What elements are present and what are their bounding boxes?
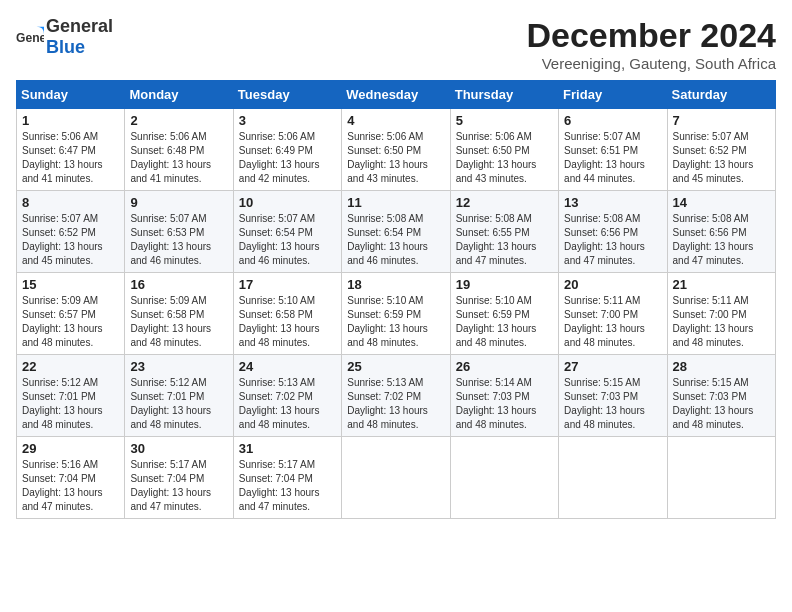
calendar-cell: 30 Sunrise: 5:17 AM Sunset: 7:04 PM Dayl…: [125, 437, 233, 519]
calendar-cell: 20 Sunrise: 5:11 AM Sunset: 7:00 PM Dayl…: [559, 273, 667, 355]
logo-blue-text: Blue: [46, 37, 85, 57]
calendar-week-row: 15 Sunrise: 5:09 AM Sunset: 6:57 PM Dayl…: [17, 273, 776, 355]
day-number: 15: [22, 277, 119, 292]
day-number: 9: [130, 195, 227, 210]
page-header: General General Blue December 2024 Veree…: [16, 16, 776, 72]
day-number: 14: [673, 195, 770, 210]
day-number: 1: [22, 113, 119, 128]
day-info: Sunrise: 5:07 AM Sunset: 6:53 PM Dayligh…: [130, 212, 227, 268]
day-number: 3: [239, 113, 336, 128]
day-info: Sunrise: 5:06 AM Sunset: 6:47 PM Dayligh…: [22, 130, 119, 186]
calendar-cell: 23 Sunrise: 5:12 AM Sunset: 7:01 PM Dayl…: [125, 355, 233, 437]
calendar-cell: 8 Sunrise: 5:07 AM Sunset: 6:52 PM Dayli…: [17, 191, 125, 273]
calendar-week-row: 22 Sunrise: 5:12 AM Sunset: 7:01 PM Dayl…: [17, 355, 776, 437]
day-number: 6: [564, 113, 661, 128]
day-number: 2: [130, 113, 227, 128]
day-number: 25: [347, 359, 444, 374]
day-info: Sunrise: 5:08 AM Sunset: 6:54 PM Dayligh…: [347, 212, 444, 268]
logo: General General Blue: [16, 16, 113, 58]
day-info: Sunrise: 5:11 AM Sunset: 7:00 PM Dayligh…: [673, 294, 770, 350]
day-number: 7: [673, 113, 770, 128]
calendar-cell: [667, 437, 775, 519]
calendar-cell: 12 Sunrise: 5:08 AM Sunset: 6:55 PM Dayl…: [450, 191, 558, 273]
calendar-table: SundayMondayTuesdayWednesdayThursdayFrid…: [16, 80, 776, 519]
day-info: Sunrise: 5:10 AM Sunset: 6:58 PM Dayligh…: [239, 294, 336, 350]
day-info: Sunrise: 5:15 AM Sunset: 7:03 PM Dayligh…: [564, 376, 661, 432]
day-number: 13: [564, 195, 661, 210]
calendar-cell: 2 Sunrise: 5:06 AM Sunset: 6:48 PM Dayli…: [125, 109, 233, 191]
day-number: 19: [456, 277, 553, 292]
svg-text:General: General: [16, 31, 44, 45]
logo-icon: General: [16, 23, 44, 51]
calendar-cell: 28 Sunrise: 5:15 AM Sunset: 7:03 PM Dayl…: [667, 355, 775, 437]
calendar-body: 1 Sunrise: 5:06 AM Sunset: 6:47 PM Dayli…: [17, 109, 776, 519]
calendar-cell: [450, 437, 558, 519]
day-number: 18: [347, 277, 444, 292]
day-info: Sunrise: 5:08 AM Sunset: 6:55 PM Dayligh…: [456, 212, 553, 268]
calendar-cell: 27 Sunrise: 5:15 AM Sunset: 7:03 PM Dayl…: [559, 355, 667, 437]
day-info: Sunrise: 5:13 AM Sunset: 7:02 PM Dayligh…: [347, 376, 444, 432]
calendar-cell: 7 Sunrise: 5:07 AM Sunset: 6:52 PM Dayli…: [667, 109, 775, 191]
weekday-header-saturday: Saturday: [667, 81, 775, 109]
calendar-week-row: 1 Sunrise: 5:06 AM Sunset: 6:47 PM Dayli…: [17, 109, 776, 191]
day-number: 31: [239, 441, 336, 456]
day-info: Sunrise: 5:16 AM Sunset: 7:04 PM Dayligh…: [22, 458, 119, 514]
calendar-cell: 15 Sunrise: 5:09 AM Sunset: 6:57 PM Dayl…: [17, 273, 125, 355]
day-info: Sunrise: 5:09 AM Sunset: 6:57 PM Dayligh…: [22, 294, 119, 350]
day-info: Sunrise: 5:08 AM Sunset: 6:56 PM Dayligh…: [564, 212, 661, 268]
weekday-header-sunday: Sunday: [17, 81, 125, 109]
month-title: December 2024: [526, 16, 776, 55]
title-area: December 2024 Vereeniging, Gauteng, Sout…: [526, 16, 776, 72]
day-number: 8: [22, 195, 119, 210]
day-info: Sunrise: 5:09 AM Sunset: 6:58 PM Dayligh…: [130, 294, 227, 350]
calendar-cell: 26 Sunrise: 5:14 AM Sunset: 7:03 PM Dayl…: [450, 355, 558, 437]
day-info: Sunrise: 5:15 AM Sunset: 7:03 PM Dayligh…: [673, 376, 770, 432]
calendar-cell: 22 Sunrise: 5:12 AM Sunset: 7:01 PM Dayl…: [17, 355, 125, 437]
weekday-header-friday: Friday: [559, 81, 667, 109]
day-info: Sunrise: 5:12 AM Sunset: 7:01 PM Dayligh…: [22, 376, 119, 432]
day-info: Sunrise: 5:08 AM Sunset: 6:56 PM Dayligh…: [673, 212, 770, 268]
calendar-cell: 11 Sunrise: 5:08 AM Sunset: 6:54 PM Dayl…: [342, 191, 450, 273]
calendar-cell: [342, 437, 450, 519]
calendar-cell: 13 Sunrise: 5:08 AM Sunset: 6:56 PM Dayl…: [559, 191, 667, 273]
day-info: Sunrise: 5:14 AM Sunset: 7:03 PM Dayligh…: [456, 376, 553, 432]
calendar-cell: 9 Sunrise: 5:07 AM Sunset: 6:53 PM Dayli…: [125, 191, 233, 273]
day-info: Sunrise: 5:07 AM Sunset: 6:52 PM Dayligh…: [673, 130, 770, 186]
day-info: Sunrise: 5:06 AM Sunset: 6:50 PM Dayligh…: [347, 130, 444, 186]
calendar-cell: 16 Sunrise: 5:09 AM Sunset: 6:58 PM Dayl…: [125, 273, 233, 355]
day-number: 22: [22, 359, 119, 374]
day-number: 28: [673, 359, 770, 374]
weekday-header-thursday: Thursday: [450, 81, 558, 109]
day-number: 12: [456, 195, 553, 210]
calendar-cell: 19 Sunrise: 5:10 AM Sunset: 6:59 PM Dayl…: [450, 273, 558, 355]
calendar-cell: [559, 437, 667, 519]
location-subtitle: Vereeniging, Gauteng, South Africa: [526, 55, 776, 72]
calendar-cell: 4 Sunrise: 5:06 AM Sunset: 6:50 PM Dayli…: [342, 109, 450, 191]
weekday-header-monday: Monday: [125, 81, 233, 109]
day-number: 5: [456, 113, 553, 128]
calendar-cell: 5 Sunrise: 5:06 AM Sunset: 6:50 PM Dayli…: [450, 109, 558, 191]
calendar-cell: 18 Sunrise: 5:10 AM Sunset: 6:59 PM Dayl…: [342, 273, 450, 355]
day-info: Sunrise: 5:17 AM Sunset: 7:04 PM Dayligh…: [130, 458, 227, 514]
calendar-cell: 6 Sunrise: 5:07 AM Sunset: 6:51 PM Dayli…: [559, 109, 667, 191]
logo-general-text: General: [46, 16, 113, 36]
day-info: Sunrise: 5:07 AM Sunset: 6:51 PM Dayligh…: [564, 130, 661, 186]
weekday-header-wednesday: Wednesday: [342, 81, 450, 109]
calendar-cell: 3 Sunrise: 5:06 AM Sunset: 6:49 PM Dayli…: [233, 109, 341, 191]
calendar-cell: 14 Sunrise: 5:08 AM Sunset: 6:56 PM Dayl…: [667, 191, 775, 273]
day-number: 24: [239, 359, 336, 374]
day-info: Sunrise: 5:06 AM Sunset: 6:50 PM Dayligh…: [456, 130, 553, 186]
day-info: Sunrise: 5:06 AM Sunset: 6:48 PM Dayligh…: [130, 130, 227, 186]
weekday-header-tuesday: Tuesday: [233, 81, 341, 109]
day-info: Sunrise: 5:11 AM Sunset: 7:00 PM Dayligh…: [564, 294, 661, 350]
calendar-week-row: 8 Sunrise: 5:07 AM Sunset: 6:52 PM Dayli…: [17, 191, 776, 273]
day-info: Sunrise: 5:13 AM Sunset: 7:02 PM Dayligh…: [239, 376, 336, 432]
day-info: Sunrise: 5:10 AM Sunset: 6:59 PM Dayligh…: [456, 294, 553, 350]
day-info: Sunrise: 5:06 AM Sunset: 6:49 PM Dayligh…: [239, 130, 336, 186]
calendar-header-row: SundayMondayTuesdayWednesdayThursdayFrid…: [17, 81, 776, 109]
calendar-cell: 17 Sunrise: 5:10 AM Sunset: 6:58 PM Dayl…: [233, 273, 341, 355]
calendar-cell: 1 Sunrise: 5:06 AM Sunset: 6:47 PM Dayli…: [17, 109, 125, 191]
day-number: 29: [22, 441, 119, 456]
day-number: 10: [239, 195, 336, 210]
calendar-cell: 10 Sunrise: 5:07 AM Sunset: 6:54 PM Dayl…: [233, 191, 341, 273]
